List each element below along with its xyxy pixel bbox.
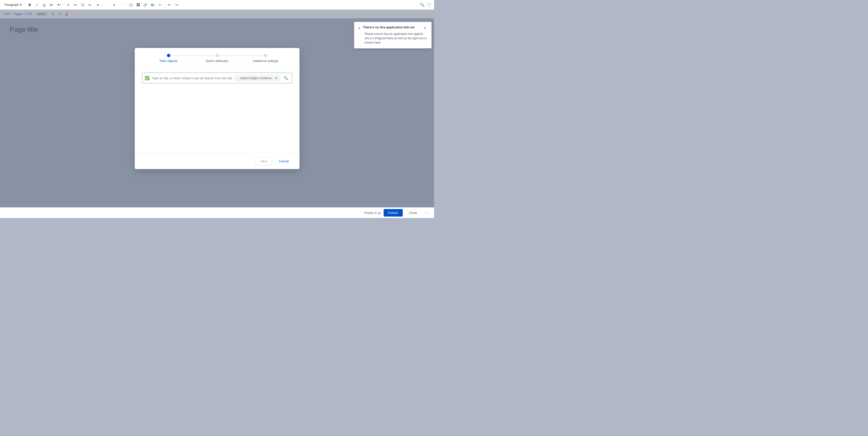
status-bar: Ready to go Publish Close ⋯ — [0, 207, 434, 218]
table-button[interactable]: ⊞▾ — [149, 1, 156, 8]
filter-objects-modal: Filter objects Select attributes Additio… — [135, 48, 300, 169]
highlight-button[interactable]: ✦▾ — [56, 1, 62, 8]
toolbar-divider-2 — [63, 2, 64, 7]
italic-button[interactable]: I — [34, 1, 40, 8]
step-3-dot — [264, 54, 267, 57]
redo-button[interactable]: ↪ — [173, 1, 180, 8]
bullet-list-button[interactable]: ≡ — [65, 1, 72, 8]
toolbar-divider-1 — [25, 2, 25, 7]
error-header: ⬥ There's no Jira application link set ✕ — [358, 25, 428, 30]
iql-input-row: ✅ -- Select Object Schema -- ▾ 🔍 — [142, 73, 292, 83]
wizard-stepper: Filter objects Select attributes Additio… — [135, 48, 300, 68]
toolbar-divider-5 — [164, 2, 165, 7]
iql-check-icon: ✅ — [145, 76, 150, 81]
step-1-dot — [167, 54, 170, 57]
error-body-text3: . — [380, 41, 381, 44]
error-notification: ⬥ There's no Jira application link set ✕… — [354, 22, 432, 49]
numbered-list-button[interactable]: ≔ — [72, 1, 79, 8]
next-button[interactable]: Next — [255, 157, 272, 165]
indent-right-button[interactable]: ⇥ — [94, 1, 101, 8]
step-filter-objects: Filter objects — [145, 54, 193, 63]
more-button[interactable]: +▾ — [157, 1, 163, 8]
step-1-label: Filter objects — [160, 59, 178, 63]
code-block-button[interactable]: ⬜ — [127, 1, 134, 8]
step-select-attributes: Select attributes — [193, 54, 241, 63]
publish-button[interactable]: Publish — [383, 209, 403, 217]
align-right-button[interactable]: ⬝ — [118, 1, 125, 8]
media-button[interactable]: 🖼 — [135, 1, 142, 8]
more-options-icon[interactable]: ⋯ — [423, 210, 430, 216]
error-title: There's no Jira application link set — [363, 25, 420, 29]
iql-input[interactable] — [152, 76, 232, 80]
error-link-1[interactable]: here — [387, 37, 393, 40]
underline-button[interactable]: U — [41, 1, 48, 8]
bold-button[interactable]: B — [26, 1, 33, 8]
chevron-down-icon: ▾ — [20, 3, 22, 6]
task-list-button[interactable]: ☑ — [80, 1, 86, 8]
text-color-button[interactable]: A▾ — [48, 1, 55, 8]
error-warning-icon: ⬥ — [358, 26, 361, 30]
paragraph-style-label: Paragraph — [4, 3, 19, 6]
step-additional-settings: Additional settings — [241, 54, 290, 63]
help-icon[interactable]: ? — [426, 2, 432, 7]
align-center-button[interactable]: ≡ — [111, 1, 118, 8]
editor-toolbar: Paragraph ▾ B I U A▾ ✦▾ ≡ ≔ ☑ ⇤ ⇥ ⬝ ≡ ⬝ … — [0, 0, 434, 10]
step-3-label: Additional settings — [253, 59, 278, 63]
step-2-dot — [215, 54, 219, 57]
paragraph-style-select[interactable]: Paragraph ▾ — [2, 2, 24, 7]
modal-body: ✅ -- Select Object Schema -- ▾ 🔍 — [135, 68, 300, 153]
schema-select-label: -- Select Object Schema -- — [237, 76, 274, 80]
step-2-label: Select attributes — [206, 59, 228, 63]
indent-left-button[interactable]: ⇤ — [87, 1, 94, 8]
error-body: Please ensure that an application link a… — [358, 32, 428, 45]
link-button[interactable]: 🔗 — [142, 1, 149, 8]
cancel-button[interactable]: Cancel — [274, 157, 293, 165]
modal-footer: Next Cancel — [135, 153, 300, 169]
status-text: Ready to go — [364, 211, 381, 215]
align-left-button[interactable]: ⬝ — [103, 1, 110, 8]
iql-search-icon[interactable]: 🔍 — [282, 74, 289, 82]
schema-chevron-icon: ▾ — [276, 76, 277, 80]
schema-select[interactable]: -- Select Object Schema -- ▾ — [235, 75, 280, 81]
close-page-button[interactable]: Close — [405, 209, 421, 217]
search-icon[interactable]: 🔍 — [419, 1, 426, 8]
page-area: CAT / Pages / CAT DRAFT ⧉ 🏷 🔒 Page title… — [0, 10, 434, 207]
undo-button[interactable]: ↩ — [166, 1, 173, 8]
error-close-button[interactable]: ✕ — [423, 25, 428, 30]
toolbar-divider-4 — [126, 2, 126, 7]
error-link-2[interactable]: here — [375, 41, 380, 44]
